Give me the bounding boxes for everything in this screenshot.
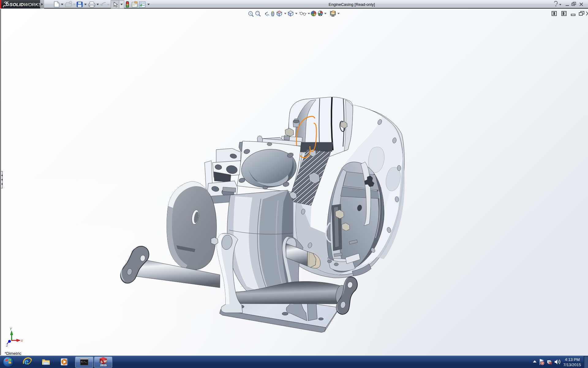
svg-text:Y: Y bbox=[9, 327, 12, 331]
svg-text:W: W bbox=[104, 359, 107, 363]
svg-text:4:13 PM: 4:13 PM bbox=[565, 357, 580, 362]
svg-text:C:\_: C:\_ bbox=[81, 360, 87, 363]
svg-text:2015: 2015 bbox=[100, 363, 107, 367]
svg-text:X: X bbox=[21, 339, 23, 343]
svg-text:Z: Z bbox=[6, 344, 8, 347]
svg-text:7/13/2015: 7/13/2015 bbox=[563, 362, 581, 367]
